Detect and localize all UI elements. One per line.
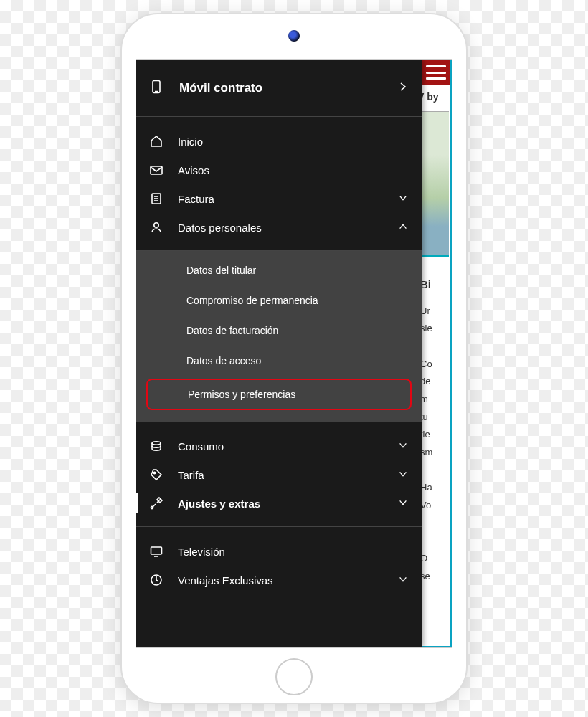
home-button[interactable]: [275, 658, 313, 695]
chevron-down-icon: [397, 498, 409, 510]
nav-label: Consumo: [178, 440, 383, 452]
svg-point-7: [154, 223, 158, 227]
sub-datos-acceso[interactable]: Datos de acceso: [136, 346, 422, 376]
nav-label: Televisión: [178, 546, 409, 558]
nav-label: Ajustes y extras: [178, 498, 383, 510]
home-icon: [149, 134, 163, 148]
svg-point-8: [152, 442, 161, 445]
nav-ventajas[interactable]: Ventajas Exclusivas: [136, 566, 422, 594]
sub-permisos-preferencias[interactable]: Permisos y preferencias: [146, 379, 412, 410]
nav-ajustes-extras[interactable]: Ajustes y extras: [136, 489, 422, 518]
user-icon: [149, 220, 163, 234]
page-body-text: Bi Ur sie Co de m tu tie sm Ha Vo O se: [417, 275, 449, 645]
chevron-up-icon: [397, 222, 409, 234]
svg-rect-2: [151, 166, 162, 174]
menu-section-more: Televisión Ventajas Exclusivas: [136, 527, 422, 603]
phone-camera: [288, 30, 300, 42]
menu-section-usage: Consumo Tarifa: [136, 422, 422, 527]
hamburger-icon[interactable]: [426, 65, 446, 80]
promo-image: [417, 111, 449, 257]
nav-label: Datos personales: [178, 222, 383, 234]
chevron-down-icon: [397, 469, 409, 481]
nav-label: Factura: [178, 193, 383, 205]
chevron-down-icon: [397, 193, 409, 205]
bill-icon: [149, 191, 163, 206]
tag-icon: [149, 467, 163, 482]
phone-screen: V by Bi Ur sie Co de m tu tie sm Ha Vo O…: [136, 59, 452, 648]
submenu-datos-personales: Datos del titular Compromiso de permanen…: [136, 251, 422, 422]
nav-label: Avisos: [178, 164, 409, 176]
svg-point-9: [153, 472, 155, 473]
nav-avisos[interactable]: Avisos: [136, 156, 422, 184]
star-icon: [149, 573, 163, 587]
tools-icon: [149, 496, 163, 511]
nav-label: Tarifa: [178, 469, 383, 481]
nav-label: Ventajas Exclusivas: [178, 574, 383, 587]
nav-drawer: Móvil contrato Inicio Avisos: [136, 60, 422, 647]
menu-section-main: Inicio Avisos Factura: [136, 117, 422, 251]
nav-label: Inicio: [178, 136, 409, 148]
tv-icon: [149, 544, 163, 559]
nav-consumo[interactable]: Consumo: [136, 432, 422, 460]
chevron-down-icon: [397, 440, 409, 452]
sub-compromiso[interactable]: Compromiso de permanencia: [136, 285, 422, 315]
nav-tarifa[interactable]: Tarifa: [136, 460, 422, 489]
sub-datos-facturacion[interactable]: Datos de facturación: [136, 315, 422, 346]
svg-rect-11: [151, 547, 162, 554]
mail-icon: [149, 163, 163, 177]
phone-frame: V by Bi Ur sie Co de m tu tie sm Ha Vo O…: [122, 14, 466, 703]
nav-datos-personales[interactable]: Datos personales: [136, 213, 422, 242]
active-indicator: [136, 493, 138, 513]
phone-icon: [149, 80, 163, 96]
nav-television[interactable]: Televisión: [136, 537, 422, 566]
coins-icon: [149, 439, 163, 453]
chevron-down-icon: [397, 574, 409, 587]
nav-inicio[interactable]: Inicio: [136, 127, 422, 156]
nav-factura[interactable]: Factura: [136, 184, 422, 213]
drawer-title: Móvil contrato: [179, 81, 381, 95]
sub-datos-titular[interactable]: Datos del titular: [136, 255, 422, 285]
drawer-header[interactable]: Móvil contrato: [136, 60, 422, 117]
chevron-right-icon: [397, 81, 409, 95]
